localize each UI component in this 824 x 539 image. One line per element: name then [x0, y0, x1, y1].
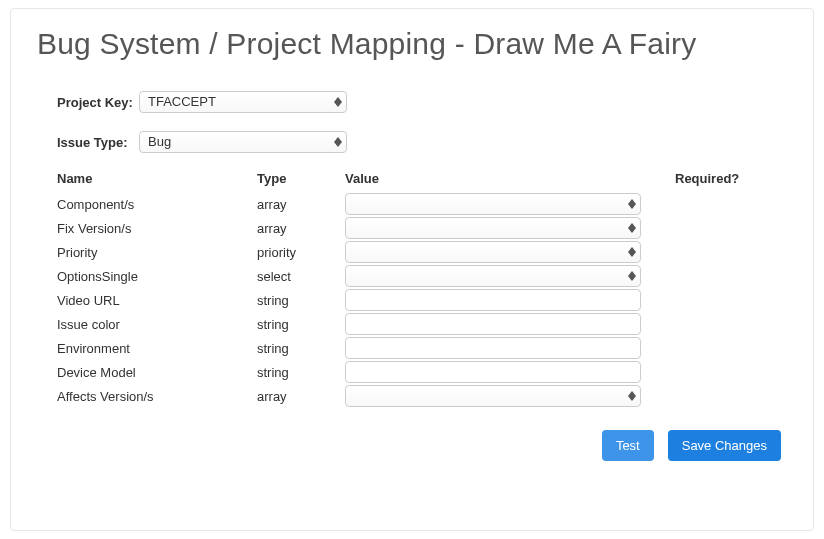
table-row: Device Modelstring	[57, 360, 787, 384]
field-name: Video URL	[57, 293, 257, 308]
col-required-header: Required?	[675, 171, 775, 186]
field-name: Issue color	[57, 317, 257, 332]
table-row: Video URLstring	[57, 288, 787, 312]
table-row: Issue colorstring	[57, 312, 787, 336]
field-type: array	[257, 389, 345, 404]
field-name: Priority	[57, 245, 257, 260]
field-value-select[interactable]	[345, 217, 641, 239]
field-value-select[interactable]	[345, 265, 641, 287]
field-type: array	[257, 197, 345, 212]
issue-type-select[interactable]: Bug	[139, 131, 347, 153]
field-value-cell	[345, 193, 675, 215]
field-value-cell	[345, 241, 675, 263]
actions: Test Save Changes	[57, 430, 781, 461]
card: Bug System / Project Mapping - Draw Me A…	[10, 8, 814, 531]
project-key-select[interactable]: TFACCEPT	[139, 91, 347, 113]
field-name: Component/s	[57, 197, 257, 212]
col-name-header: Name	[57, 171, 257, 186]
field-value-cell	[345, 289, 675, 311]
field-name: OptionsSingle	[57, 269, 257, 284]
project-key-row: Project Key: TFACCEPT	[57, 91, 787, 113]
table-row: Environmentstring	[57, 336, 787, 360]
field-type: select	[257, 269, 345, 284]
field-type: priority	[257, 245, 345, 260]
table-row: Fix Version/sarray	[57, 216, 787, 240]
field-name: Environment	[57, 341, 257, 356]
field-value-cell	[345, 265, 675, 287]
field-name: Affects Version/s	[57, 389, 257, 404]
field-type: array	[257, 221, 345, 236]
field-value-input[interactable]	[345, 337, 641, 359]
field-value-cell	[345, 337, 675, 359]
table-row: Prioritypriority	[57, 240, 787, 264]
field-value-cell	[345, 385, 675, 407]
field-value-select[interactable]	[345, 241, 641, 263]
field-name: Fix Version/s	[57, 221, 257, 236]
test-button[interactable]: Test	[602, 430, 654, 461]
field-value-select[interactable]	[345, 385, 641, 407]
field-type: string	[257, 365, 345, 380]
field-value-input[interactable]	[345, 313, 641, 335]
issue-type-row: Issue Type: Bug	[57, 131, 787, 153]
table-row: Component/sarray	[57, 192, 787, 216]
table-row: OptionsSingleselect	[57, 264, 787, 288]
col-value-header: Value	[345, 171, 675, 186]
project-key-label: Project Key:	[57, 95, 139, 110]
field-value-cell	[345, 217, 675, 239]
table-row: Affects Version/sarray	[57, 384, 787, 408]
field-type: string	[257, 317, 345, 332]
field-name: Device Model	[57, 365, 257, 380]
form-area: Project Key: TFACCEPT Issue Type: Bug	[57, 91, 787, 461]
field-value-cell	[345, 313, 675, 335]
field-type: string	[257, 341, 345, 356]
issue-type-label: Issue Type:	[57, 135, 139, 150]
field-value-cell	[345, 361, 675, 383]
field-value-input[interactable]	[345, 361, 641, 383]
field-type: string	[257, 293, 345, 308]
col-type-header: Type	[257, 171, 345, 186]
page-title: Bug System / Project Mapping - Draw Me A…	[37, 27, 787, 61]
table-header: Name Type Value Required?	[57, 171, 787, 186]
save-changes-button[interactable]: Save Changes	[668, 430, 781, 461]
field-value-select[interactable]	[345, 193, 641, 215]
field-value-input[interactable]	[345, 289, 641, 311]
fields-table: Name Type Value Required? Component/sarr…	[57, 171, 787, 408]
